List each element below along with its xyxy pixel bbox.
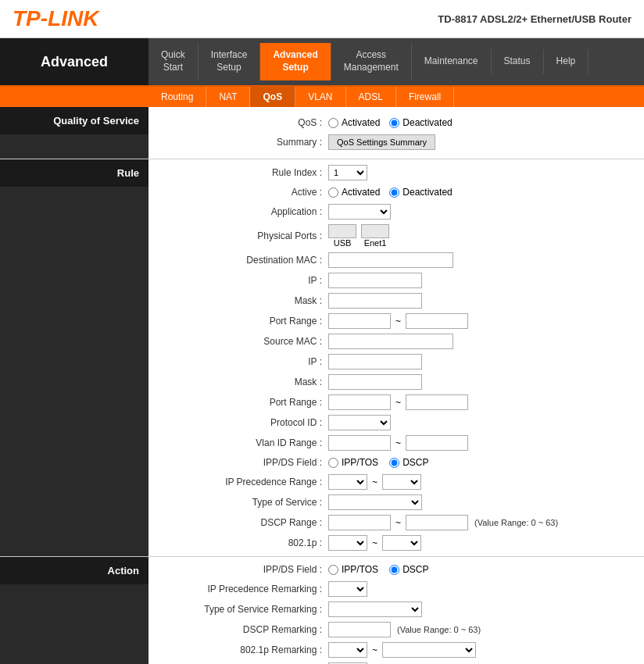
vlan-from-input[interactable] [328,435,391,451]
ip-prec-remark-select[interactable] [328,581,367,597]
port-usb-btn[interactable] [328,224,356,238]
summary-control: QoS Settings Summary [328,134,636,150]
action-ipp-tos-radio[interactable] [328,565,338,575]
dest-mask-row: Mask : [148,291,644,311]
dscp-remark-label: DSCP Remarking : [148,624,328,635]
dot1p-label: 802.1p : [148,537,328,548]
nav-access-management[interactable]: AccessManagement [331,43,412,80]
qos-activated-radio[interactable] [328,118,338,128]
port-enet1-btn[interactable] [361,224,389,238]
src-mask-input[interactable] [328,374,422,390]
dscp-tilde: ~ [394,517,402,528]
dest-mask-input[interactable] [328,293,422,309]
ipp-ds-label: IPP/DS Field : [148,457,328,468]
action-dscp-label[interactable]: DSCP [389,564,428,575]
active-activated-radio[interactable] [328,187,338,198]
active-deactivated-radio[interactable] [389,187,399,198]
nav-items: QuickStart InterfaceSetup AdvancedSetup … [148,38,644,85]
ip-prec-row: IP Precedence Range : ~ [148,472,644,492]
active-deactivated-label[interactable]: Deactivated [389,187,452,198]
dest-mask-label: Mask : [148,295,328,306]
dest-mac-input[interactable] [328,252,453,268]
dot1p-from-select[interactable] [328,535,367,551]
dest-ip-input[interactable] [328,273,422,288]
application-label: Application : [148,206,328,217]
nav-bar: Advanced QuickStart InterfaceSetup Advan… [0,38,644,85]
qos-activated-text: Activated [342,117,380,128]
protocol-select[interactable] [328,415,391,430]
dscp-to-input[interactable] [406,515,468,530]
ipp-tos-radio[interactable] [328,458,338,468]
action-ipp-tos-label[interactable]: IPP/TOS [328,564,378,575]
qos-deactivated-label[interactable]: Deactivated [389,117,452,128]
sub-nav: Routing NAT QoS VLAN ADSL Firewall [0,85,644,107]
sub-nav-adsl[interactable]: ADSL [346,87,396,107]
type-svc-remark-label: Type of Service Remarking : [148,604,328,615]
protocol-label: Protocol ID : [148,417,328,428]
vlan-to-input[interactable] [406,435,468,451]
qos-deactivated-radio[interactable] [389,118,399,128]
ipp-ds-row: IPP/DS Field : IPP/TOS DSCP [148,453,644,472]
src-port-row: Port Range : ~ [148,392,644,412]
sub-nav-qos[interactable]: QoS [250,87,295,107]
sub-nav-vlan[interactable]: VLAN [295,87,345,107]
dest-ip-label: IP : [148,275,328,286]
rule-index-select[interactable]: 123 [328,165,367,180]
src-ip-input[interactable] [328,354,422,369]
queue-row: Queue # : [148,660,644,664]
dest-port-label: Port Range : [148,316,328,327]
ip-prec-tilde: ~ [370,477,379,487]
nav-interface-setup[interactable]: InterfaceSetup [199,43,261,80]
qos-deactivated-text: Deactivated [402,117,452,128]
action-section: Action IPP/DS Field : IPP/TOS DSCP [0,557,644,664]
src-port-to-input[interactable] [406,394,468,410]
dscp-radio[interactable] [389,458,399,468]
ip-prec-from-select[interactable] [328,474,367,490]
nav-left-label: Advanced [0,38,148,85]
dscp-remark-row: DSCP Remarking : (Value Range: 0 ~ 63) [148,619,644,640]
type-svc-select[interactable] [328,494,422,510]
action-dscp-radio[interactable] [389,565,399,575]
src-mask-label: Mask : [148,377,328,387]
dot1p-remark-to-select[interactable] [382,642,476,658]
ipp-tos-label[interactable]: IPP/TOS [328,457,378,468]
action-ipp-ds-row: IPP/DS Field : IPP/TOS DSCP [148,560,644,579]
summary-button[interactable]: QoS Settings Summary [328,134,435,150]
nav-quick-start[interactable]: QuickStart [148,43,199,80]
ip-prec-to-select[interactable] [382,474,421,490]
type-svc-remark-select[interactable] [328,602,422,617]
dscp-from-input[interactable] [328,515,391,530]
dest-ip-row: IP : [148,270,644,291]
dest-port-to-input[interactable] [406,313,468,329]
sub-nav-nat[interactable]: NAT [206,87,250,107]
dot1p-remark-from-select[interactable] [328,642,367,658]
dest-port-from-input[interactable] [328,313,391,329]
nav-advanced-setup[interactable]: AdvancedSetup [260,43,331,80]
physical-ports-label: Physical Ports : [148,230,328,241]
nav-help[interactable]: Help [544,49,589,74]
type-svc-row: Type of Service : [148,492,644,512]
ip-prec-remark-label: IP Precedence Remarking : [148,584,328,594]
dscp-remark-input[interactable] [328,622,391,637]
sub-nav-routing[interactable]: Routing [148,87,206,107]
dscp-label[interactable]: DSCP [389,457,428,468]
rule-index-row: Rule Index : 123 [148,162,644,183]
logo-text: TP-LINK [13,6,98,30]
nav-status[interactable]: Status [492,49,544,74]
nav-maintenance[interactable]: Maintenance [412,49,492,74]
vlan-tilde: ~ [394,437,402,448]
application-select[interactable] [328,204,391,220]
action-ipp-tos-text: IPP/TOS [342,564,378,575]
src-port-label: Port Range : [148,397,328,408]
rule-label: Rule [0,159,148,187]
rule-index-label: Rule Index : [148,167,328,178]
dot1p-to-select[interactable] [382,535,421,551]
src-mac-input[interactable] [328,334,453,349]
qos-activated-label[interactable]: Activated [328,117,380,128]
vlan-row: Vlan ID Range : ~ [148,433,644,453]
page-wrapper: TP-LINK TD-8817 ADSL2/2+ Ethernet/USB Ro… [0,0,644,664]
sub-nav-firewall[interactable]: Firewall [396,87,454,107]
active-activated-label[interactable]: Activated [328,187,380,198]
action-label: Action [0,557,148,584]
src-port-from-input[interactable] [328,394,391,410]
